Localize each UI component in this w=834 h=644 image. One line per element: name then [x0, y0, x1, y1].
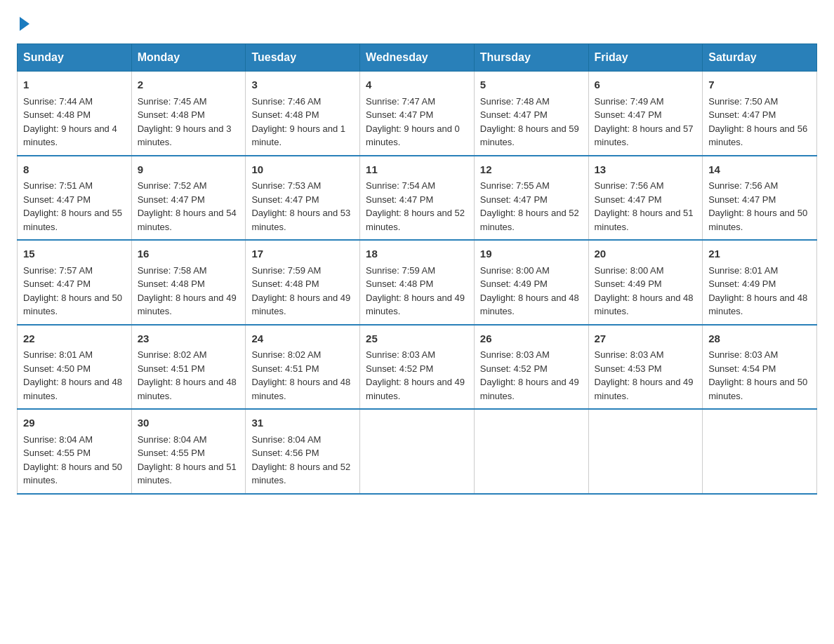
day-number: 16 — [138, 246, 240, 262]
sunrise-text: Sunrise: 8:03 AM — [366, 349, 435, 360]
day-number: 10 — [251, 162, 354, 178]
day-number: 12 — [480, 162, 583, 178]
daylight-text: Daylight: 8 hours and 49 minutes. — [480, 377, 579, 401]
calendar-cell: 4 Sunrise: 7:47 AM Sunset: 4:47 PM Dayli… — [360, 72, 475, 156]
daylight-text: Daylight: 9 hours and 0 minutes. — [366, 123, 460, 148]
sunrise-text: Sunrise: 7:56 AM — [595, 180, 664, 191]
day-number: 3 — [251, 77, 354, 93]
sunset-text: Sunset: 4:47 PM — [251, 194, 319, 205]
week-row-1: 1 Sunrise: 7:44 AM Sunset: 4:48 PM Dayli… — [18, 72, 817, 156]
sunset-text: Sunset: 4:55 PM — [138, 448, 205, 458]
sunrise-text: Sunrise: 8:03 AM — [595, 349, 664, 360]
sunset-text: Sunset: 4:48 PM — [251, 109, 319, 120]
day-number: 6 — [595, 77, 697, 93]
calendar-cell: 14 Sunrise: 7:56 AM Sunset: 4:47 PM Dayl… — [703, 156, 817, 241]
sunrise-text: Sunrise: 7:57 AM — [23, 265, 93, 276]
daylight-text: Daylight: 8 hours and 48 minutes. — [138, 377, 237, 401]
calendar-cell: 27 Sunrise: 8:03 AM Sunset: 4:53 PM Dayl… — [588, 325, 703, 410]
sunset-text: Sunset: 4:48 PM — [138, 109, 205, 120]
calendar-cell: 8 Sunrise: 7:51 AM Sunset: 4:47 PM Dayli… — [18, 156, 132, 241]
week-row-2: 8 Sunrise: 7:51 AM Sunset: 4:47 PM Dayli… — [18, 156, 817, 241]
sunrise-text: Sunrise: 7:52 AM — [138, 180, 207, 191]
daylight-text: Daylight: 9 hours and 4 minutes. — [23, 123, 117, 148]
day-number: 26 — [480, 331, 583, 347]
sunset-text: Sunset: 4:48 PM — [23, 109, 91, 120]
calendar-cell: 24 Sunrise: 8:02 AM Sunset: 4:51 PM Dayl… — [246, 325, 360, 410]
daylight-text: Daylight: 8 hours and 48 minutes. — [595, 293, 694, 317]
day-number: 4 — [366, 77, 468, 93]
sunrise-text: Sunrise: 8:00 AM — [480, 265, 550, 276]
sunset-text: Sunset: 4:56 PM — [251, 448, 319, 458]
calendar-cell: 9 Sunrise: 7:52 AM Sunset: 4:47 PM Dayli… — [131, 156, 246, 241]
logo-triangle-icon — [20, 17, 29, 31]
calendar-cell: 29 Sunrise: 8:04 AM Sunset: 4:55 PM Dayl… — [18, 409, 132, 494]
sunrise-text: Sunrise: 7:44 AM — [23, 96, 93, 107]
daylight-text: Daylight: 8 hours and 52 minutes. — [480, 208, 579, 232]
sunrise-text: Sunrise: 7:59 AM — [251, 265, 321, 276]
sunrise-text: Sunrise: 8:04 AM — [23, 434, 93, 445]
day-number: 30 — [138, 415, 240, 431]
sunset-text: Sunset: 4:47 PM — [366, 194, 433, 205]
page-header — [17, 17, 817, 32]
header-saturday: Saturday — [703, 44, 817, 72]
daylight-text: Daylight: 8 hours and 50 minutes. — [708, 377, 807, 401]
sunrise-text: Sunrise: 8:04 AM — [251, 434, 321, 445]
sunrise-text: Sunrise: 8:03 AM — [708, 349, 778, 360]
daylight-text: Daylight: 8 hours and 49 minutes. — [366, 377, 465, 401]
daylight-text: Daylight: 8 hours and 52 minutes. — [251, 462, 350, 486]
calendar-cell: 12 Sunrise: 7:55 AM Sunset: 4:47 PM Dayl… — [474, 156, 588, 241]
sunset-text: Sunset: 4:49 PM — [708, 279, 776, 289]
sunset-text: Sunset: 4:47 PM — [708, 194, 776, 205]
sunset-text: Sunset: 4:52 PM — [366, 363, 433, 374]
calendar-cell: 7 Sunrise: 7:50 AM Sunset: 4:47 PM Dayli… — [703, 72, 817, 156]
day-number: 11 — [366, 162, 468, 178]
calendar-cell: 18 Sunrise: 7:59 AM Sunset: 4:48 PM Dayl… — [360, 240, 475, 325]
calendar-cell: 22 Sunrise: 8:01 AM Sunset: 4:50 PM Dayl… — [18, 325, 132, 410]
daylight-text: Daylight: 8 hours and 56 minutes. — [708, 123, 807, 148]
sunset-text: Sunset: 4:47 PM — [480, 194, 548, 205]
sunrise-text: Sunrise: 8:04 AM — [138, 434, 207, 445]
calendar-cell: 6 Sunrise: 7:49 AM Sunset: 4:47 PM Dayli… — [588, 72, 703, 156]
daylight-text: Daylight: 8 hours and 59 minutes. — [480, 123, 579, 148]
calendar-cell: 31 Sunrise: 8:04 AM Sunset: 4:56 PM Dayl… — [246, 409, 360, 494]
sunrise-text: Sunrise: 7:54 AM — [366, 180, 435, 191]
day-number: 22 — [23, 331, 126, 347]
week-row-5: 29 Sunrise: 8:04 AM Sunset: 4:55 PM Dayl… — [18, 409, 817, 494]
daylight-text: Daylight: 8 hours and 48 minutes. — [480, 293, 579, 317]
sunrise-text: Sunrise: 8:00 AM — [595, 265, 664, 276]
calendar-header-row: SundayMondayTuesdayWednesdayThursdayFrid… — [18, 44, 817, 72]
calendar-cell: 26 Sunrise: 8:03 AM Sunset: 4:52 PM Dayl… — [474, 325, 588, 410]
calendar-cell: 19 Sunrise: 8:00 AM Sunset: 4:49 PM Dayl… — [474, 240, 588, 325]
day-number: 23 — [138, 331, 240, 347]
sunset-text: Sunset: 4:47 PM — [138, 194, 205, 205]
sunrise-text: Sunrise: 7:58 AM — [138, 265, 207, 276]
sunrise-text: Sunrise: 8:02 AM — [138, 349, 207, 360]
calendar-cell — [588, 409, 703, 494]
daylight-text: Daylight: 8 hours and 50 minutes. — [708, 208, 807, 232]
calendar-table: SundayMondayTuesdayWednesdayThursdayFrid… — [17, 43, 817, 495]
sunrise-text: Sunrise: 8:01 AM — [23, 349, 93, 360]
daylight-text: Daylight: 8 hours and 48 minutes. — [251, 377, 350, 401]
day-number: 24 — [251, 331, 354, 347]
calendar-cell — [474, 409, 588, 494]
calendar-cell: 11 Sunrise: 7:54 AM Sunset: 4:47 PM Dayl… — [360, 156, 475, 241]
day-number: 21 — [708, 246, 811, 262]
calendar-cell: 3 Sunrise: 7:46 AM Sunset: 4:48 PM Dayli… — [246, 72, 360, 156]
daylight-text: Daylight: 8 hours and 50 minutes. — [23, 462, 122, 486]
sunrise-text: Sunrise: 8:01 AM — [708, 265, 778, 276]
daylight-text: Daylight: 8 hours and 49 minutes. — [595, 377, 694, 401]
daylight-text: Daylight: 8 hours and 49 minutes. — [366, 293, 465, 317]
sunset-text: Sunset: 4:51 PM — [138, 363, 205, 374]
sunrise-text: Sunrise: 7:46 AM — [251, 96, 321, 107]
sunset-text: Sunset: 4:49 PM — [595, 279, 662, 289]
sunset-text: Sunset: 4:48 PM — [251, 279, 319, 289]
calendar-cell: 30 Sunrise: 8:04 AM Sunset: 4:55 PM Dayl… — [131, 409, 246, 494]
sunset-text: Sunset: 4:47 PM — [23, 279, 91, 289]
header-thursday: Thursday — [474, 44, 588, 72]
daylight-text: Daylight: 8 hours and 57 minutes. — [595, 123, 694, 148]
day-number: 20 — [595, 246, 697, 262]
sunset-text: Sunset: 4:47 PM — [366, 109, 433, 120]
sunrise-text: Sunrise: 7:48 AM — [480, 96, 550, 107]
daylight-text: Daylight: 8 hours and 54 minutes. — [138, 208, 237, 232]
daylight-text: Daylight: 8 hours and 51 minutes. — [138, 462, 237, 486]
